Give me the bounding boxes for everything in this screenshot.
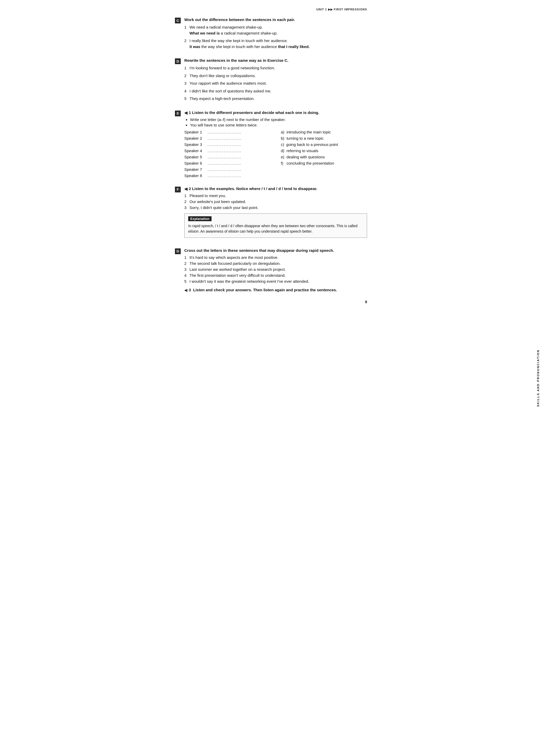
section-f-content: 2 Listen to the examples. Notice where /… [184, 186, 367, 241]
list-item: 5They expect a high-tech presentation. [184, 96, 367, 102]
section-c-list: 1 We need a radical management shake-up.… [184, 24, 367, 50]
header-text: UNIT 1 ▶▶ FIRST IMPRESSIONS [316, 8, 367, 11]
section-g-list: 1It's hard to say which aspects are the … [184, 255, 367, 283]
list-item: 1Pleased to meet you. [184, 193, 367, 198]
explanation-title: Explanation [188, 216, 212, 221]
list-item: 2Our website's just been updated. [184, 199, 367, 204]
speaker-row: Speaker 6 ..................... [184, 161, 270, 165]
list-item: 3Last summer we worked together on a res… [184, 267, 367, 272]
list-item: 1I'm looking forward to a good networkin… [184, 65, 367, 71]
list-item: 1 We need a radical management shake-up.… [184, 24, 367, 36]
list-item: 3Your rapport with the audience matters … [184, 80, 367, 86]
list-item: You will have to use some letters twice. [190, 123, 367, 127]
option-row: d) referring to visuals [281, 149, 367, 153]
list-item: 2They don't like slang or colloquialisms… [184, 73, 367, 79]
speaker-column: Speaker 1 ..................... Speaker … [184, 130, 270, 180]
option-row: f) concluding the presentation [281, 161, 367, 165]
section-c: C Work out the difference between the se… [175, 17, 367, 51]
speaker-row: Speaker 3 ..................... [184, 142, 270, 147]
list-item: Write one letter (a–f) next to the numbe… [190, 117, 367, 122]
speaker-row: Speaker 1 ..................... [184, 130, 270, 134]
section-e-content: 1 Listen to the different presenters and… [184, 110, 367, 180]
section-g-title: Cross out the letters in these sentences… [184, 248, 367, 253]
options-column: a) introducing the main topic b) turning… [281, 130, 367, 180]
audio-icon-f [184, 186, 189, 191]
speaker-row: Speaker 8 ..................... [184, 173, 270, 178]
option-row: a) introducing the main topic [281, 130, 367, 134]
explanation-text: In rapid speech, / t / and / d / often d… [188, 223, 363, 234]
section-d-content: Rewrite the sentences in the same way as… [184, 58, 367, 104]
speaker-grid: Speaker 1 ..................... Speaker … [184, 130, 367, 180]
list-item: 1It's hard to say which aspects are the … [184, 255, 367, 260]
audio-icon-g [184, 288, 189, 292]
page-number: 9 [175, 300, 367, 304]
section-d-list: 1I'm looking forward to a good networkin… [184, 65, 367, 102]
explanation-box: Explanation In rapid speech, / t / and /… [184, 213, 367, 238]
section-e: E 1 Listen to the different presenters a… [175, 110, 367, 180]
list-item: 3Sorry, I didn't quite catch your last p… [184, 205, 367, 210]
section-c-title: Work out the difference between the sent… [184, 17, 367, 22]
option-row: e) dealing with questions [281, 155, 367, 159]
speaker-row: Speaker 7 ..................... [184, 167, 270, 172]
list-item: 5I wouldn't say it was the greatest netw… [184, 279, 367, 283]
speaker-row: Speaker 5 ..................... [184, 155, 270, 159]
list-item: 2The second talk focused particularly on… [184, 261, 367, 266]
section-g: G Cross out the letters in these sentenc… [175, 248, 367, 292]
section-f-list: 1Pleased to meet you. 2Our website's jus… [184, 193, 367, 210]
badge-d: D [175, 58, 181, 64]
speaker-row: Speaker 4 ..................... [184, 149, 270, 153]
section-f: F 2 Listen to the examples. Notice where… [175, 186, 367, 241]
bullet-instructions: Write one letter (a–f) next to the numbe… [184, 117, 367, 127]
page-header: UNIT 1 ▶▶ FIRST IMPRESSIONS [175, 8, 367, 11]
audio-icon-e [184, 110, 189, 115]
section-d-title: Rewrite the sentences in the same way as… [184, 58, 367, 63]
section-g-footer: 3 Listen and check your answers. Then li… [184, 288, 367, 292]
speaker-section: Write one letter (a–f) next to the numbe… [184, 117, 367, 180]
option-row: c) going back to a previous point [281, 142, 367, 147]
list-item: 4I didn't like the sort of questions the… [184, 88, 367, 94]
badge-c: C [175, 18, 181, 23]
list-item: 2 I really liked the way she kept in tou… [184, 38, 367, 50]
badge-f: F [175, 187, 181, 192]
section-f-title: 2 Listen to the examples. Notice where /… [184, 186, 367, 191]
badge-g: G [175, 248, 181, 254]
option-row: b) turning to a new topic [281, 136, 367, 140]
badge-e: E [175, 111, 181, 116]
section-d: D Rewrite the sentences in the same way … [175, 58, 367, 104]
list-item: 4The first presentation wasn't very diff… [184, 273, 367, 278]
section-c-content: Work out the difference between the sent… [184, 17, 367, 51]
section-g-content: Cross out the letters in these sentences… [184, 248, 367, 292]
speaker-row: Speaker 2 ..................... [184, 136, 270, 140]
section-e-title: 1 Listen to the different presenters and… [184, 110, 367, 115]
